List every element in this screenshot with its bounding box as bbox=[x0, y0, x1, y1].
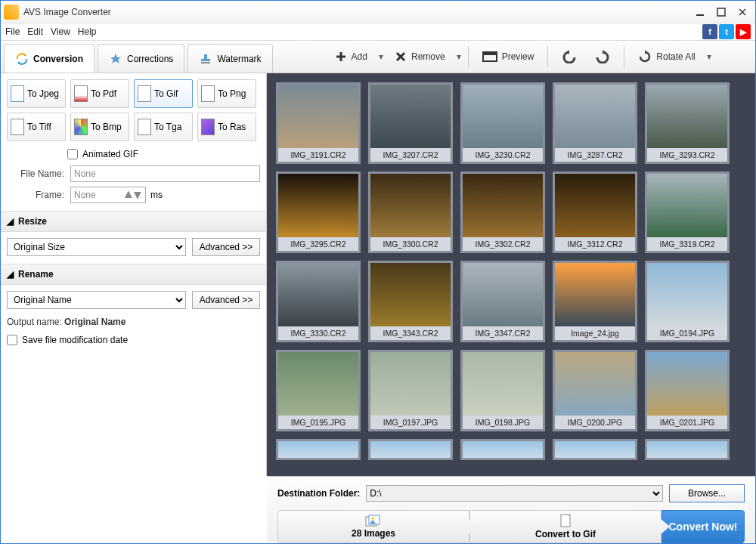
x-icon bbox=[395, 51, 407, 63]
thumb-image bbox=[463, 263, 543, 326]
maximize-button[interactable] bbox=[711, 5, 731, 19]
thumb-caption: IMG_3343.CR2 bbox=[370, 326, 451, 340]
thumbnail[interactable]: IMG_3295.CR2 bbox=[276, 172, 361, 253]
destination-label: Destination Folder: bbox=[277, 488, 360, 499]
format-png[interactable]: To Png bbox=[197, 79, 256, 108]
animated-gif-checkbox[interactable] bbox=[67, 149, 78, 159]
thumbnail[interactable]: IMG_3207.CR2 bbox=[368, 82, 453, 164]
remove-dropdown[interactable]: ▾ bbox=[454, 51, 463, 62]
tab-conversion[interactable]: Conversion bbox=[4, 44, 94, 73]
file-name-input[interactable] bbox=[70, 165, 260, 182]
tiff-icon bbox=[11, 119, 24, 135]
thumb-caption: IMG_3293.CR2 bbox=[647, 148, 727, 162]
resize-combo[interactable]: Original Size bbox=[7, 238, 186, 256]
images-count-box: 28 Images bbox=[277, 510, 469, 543]
thumbnail[interactable]: IMG_3287.CR2 bbox=[553, 82, 637, 164]
thumbnail[interactable]: IMG_0197.JPG bbox=[368, 350, 453, 431]
rename-header[interactable]: ◢Rename bbox=[1, 264, 266, 285]
add-dropdown[interactable]: ▾ bbox=[376, 51, 386, 62]
file-icon bbox=[559, 514, 572, 527]
preview-button[interactable]: Preview bbox=[476, 48, 541, 65]
rotate-right-button[interactable] bbox=[589, 47, 616, 66]
thumbnail[interactable]: IMG_3343.CR2 bbox=[368, 261, 453, 342]
format-tga[interactable]: To Tga bbox=[134, 113, 193, 141]
menu-view[interactable]: View bbox=[51, 26, 70, 37]
format-tiff[interactable]: To Tiff bbox=[7, 113, 66, 141]
format-jpeg[interactable]: To Jpeg bbox=[7, 79, 66, 108]
tab-corrections[interactable]: Corrections bbox=[98, 44, 184, 73]
tab-watermark[interactable]: Watermark bbox=[187, 44, 272, 73]
thumb-image bbox=[463, 85, 543, 148]
menu-file[interactable]: File bbox=[5, 26, 20, 37]
destination-combo[interactable]: D:\ bbox=[366, 485, 663, 502]
remove-button[interactable]: Remove bbox=[389, 48, 451, 66]
gallery-scroll[interactable]: IMG_3191.CR2IMG_3207.CR2IMG_3230.CR2IMG_… bbox=[267, 73, 755, 476]
thumbnail[interactable]: IMG_3293.CR2 bbox=[645, 82, 730, 164]
gif-icon bbox=[138, 85, 151, 102]
frame-spinner[interactable]: None⯅⯆ bbox=[70, 187, 146, 203]
thumbnail[interactable]: IMG_3302.CR2 bbox=[460, 172, 545, 253]
thumbnail[interactable]: IMG_3319.CR2 bbox=[645, 172, 730, 253]
animated-gif-label: Animated GIF bbox=[82, 149, 138, 159]
thumb-caption: IMG_3319.CR2 bbox=[647, 237, 727, 251]
browse-button[interactable]: Browse... bbox=[669, 484, 745, 502]
facebook-icon[interactable]: f bbox=[702, 24, 717, 39]
resize-advanced-button[interactable]: Advanced >> bbox=[192, 238, 260, 256]
rotate-all-dropdown[interactable]: ▾ bbox=[705, 51, 714, 62]
output-name-display: Output name: Original Name bbox=[7, 317, 260, 327]
minimize-button[interactable] bbox=[690, 5, 710, 19]
thumb-image bbox=[555, 174, 635, 237]
thumbnail[interactable] bbox=[368, 439, 453, 460]
window-title: AVS Image Converter bbox=[23, 7, 689, 17]
resize-header[interactable]: ◢Resize bbox=[1, 211, 266, 232]
menu-edit[interactable]: Edit bbox=[27, 26, 43, 37]
thumb-image bbox=[278, 263, 358, 326]
format-bmp[interactable]: To Bmp bbox=[70, 113, 129, 141]
rename-combo[interactable]: Original Name bbox=[7, 291, 186, 309]
thumbnail[interactable]: IMG_0201.JPG bbox=[645, 350, 730, 431]
bottom-panel: Destination Folder: D:\ Browse... 28 Ima… bbox=[267, 476, 755, 542]
menu-help[interactable]: Help bbox=[78, 26, 97, 37]
rectangle-icon bbox=[482, 51, 497, 62]
collapse-icon: ◢ bbox=[7, 216, 14, 227]
thumbnail[interactable]: IMG_3300.CR2 bbox=[368, 172, 453, 253]
star-icon bbox=[109, 52, 122, 66]
format-ras[interactable]: To Ras bbox=[197, 113, 256, 141]
thumbnail[interactable]: IMG_0194.JPG bbox=[645, 261, 730, 342]
thumbnail[interactable]: IMG_0198.JPG bbox=[460, 350, 545, 431]
thumbnail[interactable]: IMG_3330.CR2 bbox=[276, 261, 361, 342]
rename-advanced-button[interactable]: Advanced >> bbox=[192, 291, 260, 309]
format-pdf[interactable]: To Pdf bbox=[70, 79, 129, 108]
plus-icon bbox=[335, 51, 347, 63]
thumbnail[interactable]: IMG_0200.JPG bbox=[553, 350, 637, 431]
twitter-icon[interactable]: t bbox=[719, 24, 734, 39]
svg-rect-2 bbox=[204, 54, 207, 59]
thumb-caption: IMG_0200.JPG bbox=[555, 416, 635, 429]
thumbnail[interactable] bbox=[460, 439, 545, 460]
thumb-image bbox=[370, 352, 451, 416]
thumbnail[interactable]: IMG_3312.CR2 bbox=[553, 172, 637, 253]
youtube-icon[interactable]: ▶ bbox=[736, 24, 751, 39]
thumbnail[interactable]: IMG_3347.CR2 bbox=[460, 261, 545, 342]
thumbnail[interactable] bbox=[553, 439, 637, 460]
menu-bar: File Edit View Help f t ▶ bbox=[1, 23, 755, 40]
file-name-label: File Name: bbox=[7, 168, 64, 179]
thumb-image bbox=[370, 441, 451, 458]
rotate-left-button[interactable] bbox=[556, 47, 583, 66]
thumbnail[interactable]: Image_24.jpg bbox=[553, 261, 637, 342]
frame-unit: ms bbox=[150, 190, 163, 200]
thumbnail[interactable]: IMG_3230.CR2 bbox=[460, 82, 545, 164]
convert-now-button[interactable]: Convert Now! bbox=[662, 510, 745, 543]
thumbnail[interactable]: IMG_0195.JPG bbox=[276, 350, 361, 431]
thumbnail[interactable] bbox=[276, 439, 361, 460]
thumbnail[interactable] bbox=[645, 439, 730, 460]
format-gif[interactable]: To Gif bbox=[134, 79, 193, 108]
close-button[interactable] bbox=[733, 5, 752, 19]
thumbnail[interactable]: IMG_3191.CR2 bbox=[276, 82, 361, 164]
add-button[interactable]: Add bbox=[329, 48, 373, 66]
rotate-all-button[interactable]: Rotate All bbox=[632, 47, 701, 66]
thumb-caption: IMG_3347.CR2 bbox=[463, 326, 543, 340]
app-icon bbox=[4, 5, 19, 20]
thumb-caption: IMG_0201.JPG bbox=[647, 416, 727, 429]
save-mod-date-checkbox[interactable] bbox=[7, 335, 17, 345]
